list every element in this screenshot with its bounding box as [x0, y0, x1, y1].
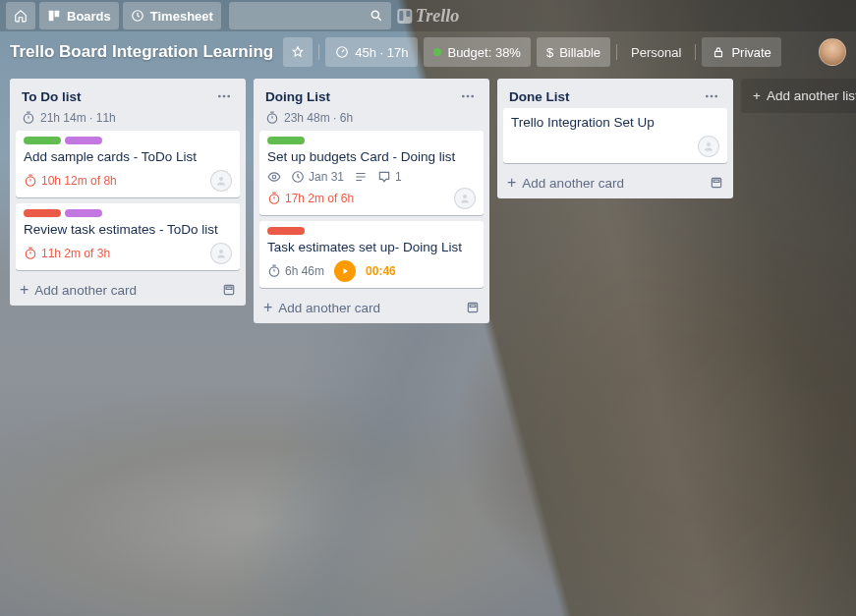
card-title: Add sample cards - ToDo List: [24, 148, 232, 166]
card-label-purple[interactable]: [65, 209, 102, 217]
running-timer-icon[interactable]: [334, 260, 356, 282]
svg-point-8: [227, 95, 230, 98]
svg-point-11: [219, 177, 223, 181]
description-icon: [354, 170, 368, 184]
card[interactable]: Set up budgets Card - Doing list Jan 311…: [259, 131, 484, 215]
star-button[interactable]: [283, 37, 313, 67]
card-title: Review task estimates - ToDo list: [24, 221, 232, 239]
home-button[interactable]: [6, 2, 35, 29]
date-badge: Jan 31: [291, 170, 344, 184]
add-list-label: Add another list: [767, 88, 856, 103]
time-badge: 11h 2m of 3h: [24, 247, 110, 260]
watch-badge: [267, 170, 281, 184]
comment-badge: 1: [377, 170, 402, 184]
add-card-button[interactable]: + Add another card: [16, 276, 240, 300]
member-placeholder[interactable]: [454, 188, 476, 209]
person-icon: [215, 175, 227, 187]
card-label-red[interactable]: [267, 227, 305, 235]
svg-point-7: [223, 95, 226, 98]
member-placeholder[interactable]: [210, 170, 232, 192]
svg-rect-5: [715, 51, 722, 56]
list-title[interactable]: Doing List: [265, 89, 456, 104]
avatar[interactable]: [819, 38, 846, 66]
timesheet-label: Timesheet: [150, 9, 213, 24]
lock-icon: [712, 45, 725, 59]
time-badge: 10h 12m of 8h: [24, 174, 117, 188]
card-template-button[interactable]: [710, 176, 723, 190]
card-template-button[interactable]: [222, 283, 236, 297]
card-label-green[interactable]: [267, 137, 305, 144]
template-icon: [466, 301, 480, 314]
card-label-purple[interactable]: [65, 137, 102, 144]
clock-icon: [291, 170, 305, 184]
more-icon: [460, 88, 476, 104]
list-title[interactable]: To Do list: [22, 89, 212, 104]
timer-icon: [24, 174, 37, 188]
running-timer-text: 00:46: [366, 264, 396, 278]
add-list-button[interactable]: +Add another list: [741, 79, 856, 113]
billable-button[interactable]: $ Billable: [537, 37, 610, 67]
svg-point-3: [371, 11, 378, 18]
status-dot-icon: [433, 48, 441, 56]
svg-point-27: [706, 95, 709, 98]
list-menu-button[interactable]: [212, 86, 236, 106]
boards-button[interactable]: Boards: [39, 2, 119, 29]
card-title: Trello Integration Set Up: [511, 114, 719, 132]
top-navbar: Boards Timesheet Trello: [0, 0, 856, 31]
list-menu-button[interactable]: [456, 86, 480, 106]
timer-icon: [265, 111, 279, 125]
person-icon: [215, 248, 227, 259]
svg-point-28: [711, 95, 713, 98]
card-label-red[interactable]: [24, 209, 61, 217]
board-title[interactable]: Trello Board Integration Learning: [10, 42, 273, 62]
plus-icon: +: [263, 300, 272, 315]
person-icon: [459, 193, 471, 204]
card[interactable]: Add sample cards - ToDo List 10h 12m of …: [16, 131, 240, 197]
dollar-icon: $: [546, 45, 553, 60]
member-placeholder[interactable]: [698, 136, 719, 157]
card-label-green[interactable]: [24, 137, 61, 144]
list-time-meta: 23h 48m · 6h: [259, 108, 484, 131]
svg-rect-1: [55, 11, 60, 17]
gauge-icon: [335, 45, 349, 59]
list-title[interactable]: Done List: [509, 89, 700, 104]
trello-logo[interactable]: Trello: [397, 6, 459, 27]
private-text: Private: [731, 45, 770, 60]
billable-text: Billable: [559, 45, 600, 60]
clock-icon: [131, 9, 144, 23]
svg-point-30: [707, 142, 711, 146]
list: Done List Trello Integration Set Up + Ad…: [497, 79, 733, 198]
card-title: Task estimates set up- Doing List: [267, 239, 476, 256]
list-menu-button[interactable]: [700, 86, 723, 106]
svg-point-20: [272, 175, 276, 179]
time-summary-button[interactable]: 45h · 17h: [325, 37, 418, 67]
boards-icon: [47, 9, 61, 23]
star-icon: [291, 45, 305, 59]
home-icon: [14, 9, 28, 23]
timesheet-button[interactable]: Timesheet: [123, 2, 221, 29]
card-template-button[interactable]: [466, 301, 480, 314]
comment-icon: [377, 170, 391, 184]
eye-icon: [267, 170, 281, 184]
svg-point-10: [26, 177, 34, 186]
svg-point-16: [462, 95, 465, 98]
search-input[interactable]: [229, 2, 391, 29]
add-card-button[interactable]: + Add another card: [259, 294, 484, 317]
timer-icon: [22, 111, 35, 125]
trello-logo-text: Trello: [416, 6, 459, 27]
list: To Do list 21h 14m · 11h Add sample card…: [10, 79, 246, 306]
member-placeholder[interactable]: [210, 243, 232, 264]
add-card-button[interactable]: + Add another card: [503, 169, 727, 193]
card[interactable]: Trello Integration Set Up: [503, 108, 727, 163]
personal-button[interactable]: Personal: [623, 45, 689, 60]
card[interactable]: Task estimates set up- Doing List 6h 46m…: [259, 221, 484, 288]
play-icon: [340, 266, 350, 276]
boards-label: Boards: [67, 9, 111, 24]
card[interactable]: Review task estimates - ToDo list 11h 2m…: [16, 203, 240, 270]
list-time-meta: 21h 14m · 11h: [16, 108, 240, 131]
timer-icon: [24, 247, 37, 260]
svg-point-17: [467, 95, 470, 98]
budget-button[interactable]: Budget: 38%: [424, 37, 530, 67]
private-button[interactable]: Private: [702, 37, 780, 67]
svg-point-13: [219, 250, 223, 253]
